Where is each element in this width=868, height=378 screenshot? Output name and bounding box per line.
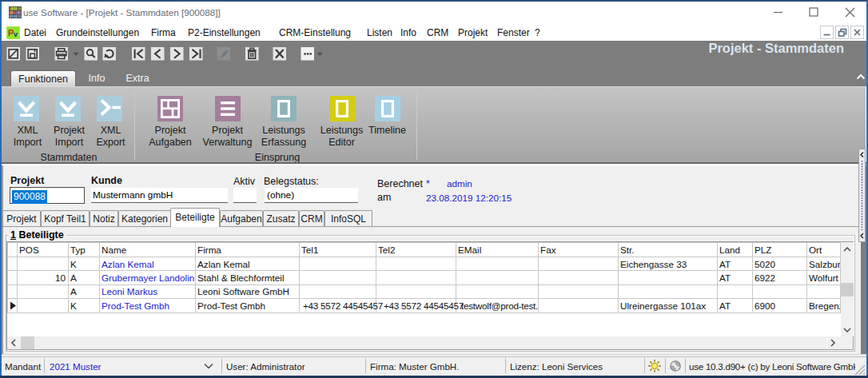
svg-text:v: v xyxy=(14,30,18,38)
